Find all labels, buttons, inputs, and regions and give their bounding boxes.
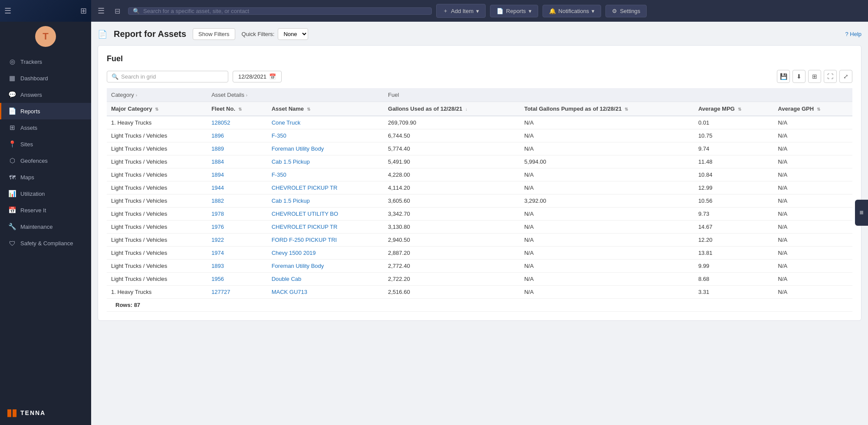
- asset-name-link[interactable]: Chevy 1500 2019: [272, 250, 316, 256]
- quick-filters-select[interactable]: None: [278, 28, 308, 40]
- global-search-input[interactable]: [143, 8, 427, 14]
- cell-avg-mpg: 8.68: [694, 273, 774, 286]
- show-filters-button[interactable]: Show Filters: [193, 28, 235, 40]
- col-header-avg-gph[interactable]: Average GPH ⇅: [774, 102, 852, 116]
- fleet-no-link[interactable]: 127727: [211, 289, 230, 295]
- geofences-icon: ⬡: [8, 157, 16, 165]
- asset-name-link[interactable]: F-350: [272, 171, 286, 178]
- cell-avg-gph: N/A: [774, 286, 852, 299]
- sidebar-item-assets[interactable]: ⊞ Assets: [0, 119, 91, 136]
- fleet-no-link[interactable]: 1922: [211, 237, 224, 243]
- col-header-gallons-used[interactable]: Gallons Used as of 12/28/21 ↓: [384, 102, 520, 116]
- table-container: Category › Asset Details › Fuel Major Ca…: [107, 88, 852, 312]
- sidebar-item-utilization[interactable]: 📊 Utilization: [0, 185, 91, 202]
- sidebar-item-label: Maps: [20, 174, 34, 181]
- cell-fleet-no: 1882: [207, 194, 267, 208]
- asset-name-link[interactable]: FORD F-250 PICKUP TRI: [272, 237, 337, 243]
- sidebar-item-reserve-it[interactable]: 📅 Reserve It: [0, 202, 91, 218]
- fleet-no-link[interactable]: 1882: [211, 198, 224, 204]
- report-nav-icon: 📄: [496, 8, 503, 14]
- asset-name-link[interactable]: CHEVROLET PICKUP TR: [272, 184, 338, 191]
- column-view-button[interactable]: ⊞: [808, 70, 821, 83]
- fleet-no-link[interactable]: 1974: [211, 250, 224, 256]
- expand-button[interactable]: ⛶: [824, 70, 837, 83]
- sidebar-item-geofences[interactable]: ⬡ Geofences: [0, 152, 91, 169]
- col-header-major-category[interactable]: Major Category ⇅: [107, 102, 207, 116]
- sidebar-item-trackers[interactable]: ◎ Trackers: [0, 53, 91, 70]
- filter-icon[interactable]: ⊟: [111, 4, 124, 18]
- asset-name-link[interactable]: Double Cab: [272, 276, 302, 282]
- quick-filters-label: Quick Filters:: [242, 31, 275, 37]
- asset-name-link[interactable]: Foreman Utility Body: [272, 145, 324, 152]
- notifications-button[interactable]: 🔔 Notifications ▾: [542, 5, 602, 17]
- asset-name-link[interactable]: Cone Truck: [272, 119, 300, 126]
- save-grid-button[interactable]: 💾: [777, 70, 790, 83]
- sidebar-item-dashboard[interactable]: ▦ Dashboard: [0, 70, 91, 86]
- sidebar-item-maintenance[interactable]: 🔧 Maintenance: [0, 218, 91, 235]
- cell-avg-gph: N/A: [774, 116, 852, 129]
- col-header-total-gallons[interactable]: Total Gallons Pumped as of 12/28/21 ⇅: [520, 102, 694, 116]
- asset-name-link[interactable]: MACK GU713: [272, 289, 307, 295]
- grid-icon[interactable]: ⊞: [80, 6, 87, 16]
- global-search-bar[interactable]: 🔍: [128, 7, 432, 15]
- cell-gallons-used: 2,516.60: [384, 286, 520, 299]
- chevron-down-icon: ▾: [529, 8, 532, 14]
- cell-total-gallons: N/A: [520, 247, 694, 260]
- cell-total-gallons: N/A: [520, 142, 694, 155]
- date-picker-button[interactable]: 12/28/2021 📅: [233, 71, 282, 82]
- cell-fleet-no: 1893: [207, 260, 267, 273]
- cell-category: 1. Heavy Trucks: [107, 286, 207, 299]
- fleet-no-link[interactable]: 1884: [211, 158, 224, 165]
- cell-avg-gph: N/A: [774, 194, 852, 208]
- fleet-no-link[interactable]: 1978: [211, 211, 224, 217]
- sidebar-item-reports[interactable]: 📄 Reports: [0, 103, 91, 119]
- sidebar-item-label: Answers: [20, 92, 42, 98]
- col-header-fleet-no[interactable]: Fleet No. ⇅: [207, 102, 267, 116]
- asset-name-link[interactable]: CHEVROLET UTILITY BO: [272, 211, 338, 217]
- reports-button[interactable]: 📄 Reports ▾: [490, 5, 538, 17]
- fullscreen-button[interactable]: ⤢: [839, 70, 852, 83]
- cell-category: Light Trucks / Vehicles: [107, 247, 207, 260]
- asset-name-link[interactable]: Cab 1.5 Pickup: [272, 198, 310, 204]
- fleet-no-link[interactable]: 1893: [211, 263, 224, 269]
- fleet-no-link[interactable]: 128052: [211, 119, 230, 126]
- fleet-no-link[interactable]: 1889: [211, 145, 224, 152]
- cell-avg-mpg: 9.74: [694, 142, 774, 155]
- fleet-no-link[interactable]: 1896: [211, 132, 224, 139]
- sidebar-item-sites[interactable]: 📍 Sites: [0, 136, 91, 152]
- col-header-asset-name[interactable]: Asset Name ⇅: [267, 102, 384, 116]
- avatar: T: [35, 26, 56, 47]
- fleet-no-link[interactable]: 1956: [211, 276, 224, 282]
- quick-filters: Quick Filters: None: [242, 28, 309, 40]
- cell-fleet-no: 1956: [207, 273, 267, 286]
- main-content: ☰ ⊟ 🔍 ＋ Add Item ▾ 📄 Reports ▾ 🔔 Notific…: [91, 0, 868, 425]
- fleet-no-link[interactable]: 1894: [211, 171, 224, 178]
- fleet-no-link[interactable]: 1976: [211, 224, 224, 230]
- cell-avg-gph: N/A: [774, 234, 852, 247]
- col-header-avg-mpg[interactable]: Average MPG ⇅: [694, 102, 774, 116]
- grid-search-box[interactable]: 🔍: [107, 71, 228, 82]
- hamburger-icon[interactable]: ☰: [4, 6, 11, 16]
- asset-name-link[interactable]: F-350: [272, 132, 286, 139]
- sidebar-item-safety[interactable]: 🛡 Safety & Compliance: [0, 235, 91, 251]
- side-panel-toggle[interactable]: ≡: [855, 200, 868, 226]
- asset-name-link[interactable]: Foreman Utility Body: [272, 263, 324, 269]
- chevron-down-icon: ▾: [476, 8, 479, 14]
- grid-search-input[interactable]: [121, 73, 224, 80]
- cell-total-gallons: N/A: [520, 234, 694, 247]
- menu-toggle-icon[interactable]: ☰: [98, 6, 105, 16]
- add-item-button[interactable]: ＋ Add Item ▾: [436, 4, 486, 18]
- page-header: 📄 Report for Assets Show Filters Quick F…: [98, 28, 861, 40]
- sidebar-item-maps[interactable]: 🗺 Maps: [0, 169, 91, 185]
- asset-name-link[interactable]: Cab 1.5 Pickup: [272, 158, 310, 165]
- sidebar-item-answers[interactable]: 💬 Answers: [0, 86, 91, 103]
- col-group-fuel: Fuel: [384, 88, 852, 102]
- asset-name-link[interactable]: CHEVROLET PICKUP TR: [272, 224, 338, 230]
- fleet-no-link[interactable]: 1944: [211, 184, 224, 191]
- reserve-icon: 📅: [8, 206, 16, 214]
- cell-fleet-no: 1978: [207, 208, 267, 221]
- help-link[interactable]: ? Help: [845, 31, 861, 37]
- settings-button[interactable]: ⚙ Settings: [605, 5, 647, 17]
- cell-asset-name: F-350: [267, 168, 384, 181]
- download-button[interactable]: ⬇: [792, 70, 806, 83]
